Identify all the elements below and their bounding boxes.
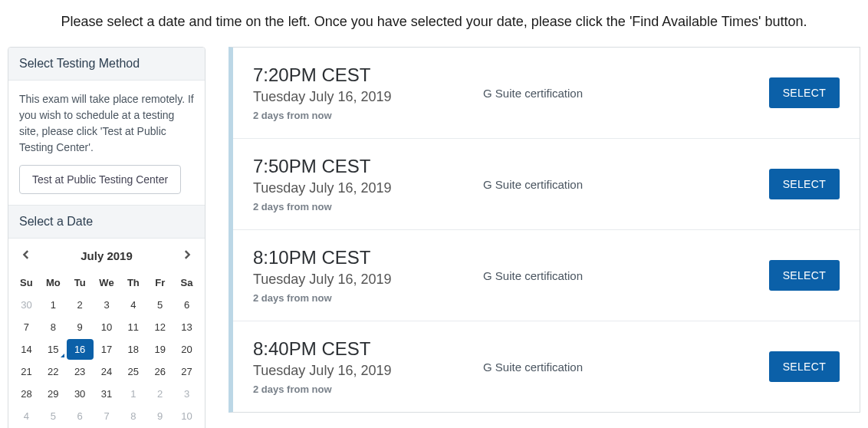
timeslot-row: 8:10PM CESTTuesday July 16, 20192 days f… xyxy=(233,230,860,321)
calendar-day[interactable]: 9 xyxy=(146,406,173,426)
calendar-dow: Th xyxy=(120,272,146,293)
calendar-dow: Mo xyxy=(40,272,67,293)
select-button[interactable]: SELECT xyxy=(769,351,840,382)
select-button[interactable]: SELECT xyxy=(769,169,840,199)
calendar-day[interactable]: 3 xyxy=(173,384,200,404)
prev-month-icon[interactable] xyxy=(19,246,35,265)
slot-description: G Suite certification xyxy=(483,361,769,374)
calendar-day[interactable]: 2 xyxy=(67,295,94,315)
calendar: July 2019 SuMoTuWeThFrSa3012345678910111… xyxy=(8,239,205,428)
calendar-dow: We xyxy=(94,272,120,293)
calendar-day[interactable]: 17 xyxy=(94,339,120,360)
calendar-dow: Sa xyxy=(173,272,200,293)
calendar-day[interactable]: 9 xyxy=(67,317,94,337)
slot-relative: 2 days from now xyxy=(253,384,483,395)
calendar-day[interactable]: 21 xyxy=(13,361,40,382)
select-button[interactable]: SELECT xyxy=(769,77,840,108)
slot-date: Tuesday July 16, 2019 xyxy=(253,363,483,379)
calendar-day[interactable]: 6 xyxy=(173,295,200,315)
instruction-text: Please select a date and time on the lef… xyxy=(0,0,868,47)
calendar-day[interactable]: 7 xyxy=(13,317,40,337)
calendar-day[interactable]: 28 xyxy=(13,384,40,404)
calendar-day[interactable]: 6 xyxy=(67,406,94,426)
calendar-day[interactable]: 19 xyxy=(146,339,173,360)
calendar-day[interactable]: 15 xyxy=(40,339,67,360)
slot-time-block: 8:10PM CESTTuesday July 16, 20192 days f… xyxy=(253,247,483,304)
testing-method-panel: Select Testing Method This exam will tak… xyxy=(8,47,205,428)
calendar-dow: Tu xyxy=(67,272,94,293)
testing-method-header: Select Testing Method xyxy=(8,48,205,81)
calendar-day[interactable]: 4 xyxy=(120,295,146,315)
test-center-button[interactable]: Test at Public Testing Center xyxy=(19,165,181,194)
calendar-day[interactable]: 5 xyxy=(146,295,173,315)
slot-relative: 2 days from now xyxy=(253,292,483,304)
slot-description: G Suite certification xyxy=(483,87,769,100)
calendar-day[interactable]: 27 xyxy=(173,361,200,382)
calendar-day[interactable]: 26 xyxy=(146,361,173,382)
calendar-day[interactable]: 5 xyxy=(40,406,67,426)
slot-relative: 2 days from now xyxy=(253,201,483,212)
calendar-day[interactable]: 12 xyxy=(146,317,173,337)
calendar-day[interactable]: 8 xyxy=(120,406,146,426)
calendar-month-label: July 2019 xyxy=(81,249,133,262)
slot-time: 8:10PM CEST xyxy=(253,247,483,268)
calendar-day[interactable]: 29 xyxy=(40,384,67,404)
calendar-day[interactable]: 14 xyxy=(13,339,40,360)
calendar-day[interactable]: 4 xyxy=(13,406,40,426)
calendar-day[interactable]: 18 xyxy=(120,339,146,360)
slot-date: Tuesday July 16, 2019 xyxy=(253,272,483,288)
timeslot-row: 7:20PM CESTTuesday July 16, 20192 days f… xyxy=(233,48,860,139)
calendar-day[interactable]: 25 xyxy=(120,361,146,382)
slot-time: 7:50PM CEST xyxy=(253,156,483,177)
calendar-day[interactable]: 20 xyxy=(173,339,200,360)
calendar-dow: Su xyxy=(13,272,40,293)
calendar-day[interactable]: 22 xyxy=(40,361,67,382)
calendar-day[interactable]: 1 xyxy=(40,295,67,315)
slot-relative: 2 days from now xyxy=(253,110,483,121)
calendar-day[interactable]: 3 xyxy=(94,295,120,315)
calendar-day[interactable]: 8 xyxy=(40,317,67,337)
slot-date: Tuesday July 16, 2019 xyxy=(253,89,483,105)
slot-date: Tuesday July 16, 2019 xyxy=(253,180,483,196)
timeslot-row: 8:40PM CESTTuesday July 16, 20192 days f… xyxy=(233,321,860,412)
calendar-day[interactable]: 16 xyxy=(67,339,94,360)
select-button[interactable]: SELECT xyxy=(769,260,840,291)
testing-method-desc: This exam will take place remotely. If y… xyxy=(19,91,194,156)
calendar-day[interactable]: 7 xyxy=(94,406,120,426)
calendar-day[interactable]: 10 xyxy=(173,406,200,426)
calendar-day[interactable]: 1 xyxy=(120,384,146,404)
calendar-day[interactable]: 13 xyxy=(173,317,200,337)
calendar-dow: Fr xyxy=(146,272,173,293)
slot-time: 8:40PM CEST xyxy=(253,338,483,360)
calendar-day[interactable]: 30 xyxy=(67,384,94,404)
slot-description: G Suite certification xyxy=(483,178,769,191)
calendar-day[interactable]: 10 xyxy=(94,317,120,337)
calendar-day[interactable]: 31 xyxy=(94,384,120,404)
slot-time-block: 7:20PM CESTTuesday July 16, 20192 days f… xyxy=(253,64,483,121)
slot-time-block: 7:50PM CESTTuesday July 16, 20192 days f… xyxy=(253,156,483,212)
calendar-day[interactable]: 23 xyxy=(67,361,94,382)
calendar-day[interactable]: 2 xyxy=(146,384,173,404)
calendar-day[interactable]: 24 xyxy=(94,361,120,382)
sidebar: Select Testing Method This exam will tak… xyxy=(8,47,205,428)
calendar-day[interactable]: 11 xyxy=(120,317,146,337)
slot-time: 7:20PM CEST xyxy=(253,64,483,86)
timeslot-row: 7:50PM CESTTuesday July 16, 20192 days f… xyxy=(233,139,860,230)
next-month-icon[interactable] xyxy=(179,246,194,265)
slot-description: G Suite certification xyxy=(483,269,769,282)
slot-time-block: 8:40PM CESTTuesday July 16, 20192 days f… xyxy=(253,338,483,395)
timeslot-column: 7:20PM CESTTuesday July 16, 20192 days f… xyxy=(229,47,860,428)
calendar-day[interactable]: 30 xyxy=(13,295,40,315)
select-date-header: Select a Date xyxy=(8,205,205,239)
